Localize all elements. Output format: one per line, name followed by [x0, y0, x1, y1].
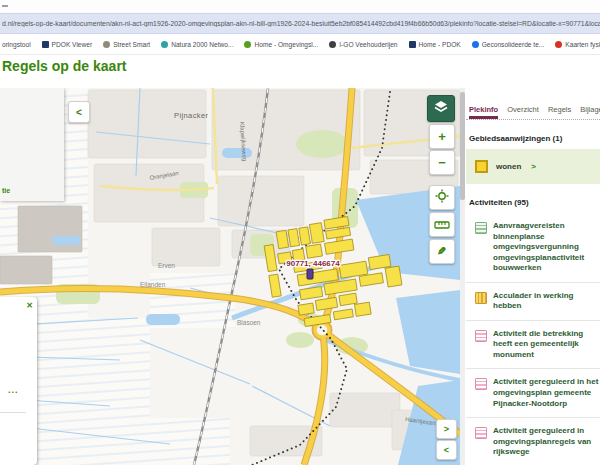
tab-regels[interactable]: Regels — [548, 105, 571, 119]
more-dots-icon[interactable]: ... — [8, 385, 19, 395]
info-sidebar: Plekinfo Overzicht Regels Bijlagen T Geb… — [460, 88, 600, 465]
overheid-favicon — [472, 41, 479, 48]
gebied-item-wonen[interactable]: wonen > — [466, 149, 600, 184]
tab-bijlagen[interactable]: Bijlagen — [580, 105, 600, 119]
layers-button[interactable] — [427, 95, 455, 122]
atlas-favicon — [555, 41, 562, 48]
ruler-icon — [434, 216, 450, 234]
measure-button[interactable] — [429, 212, 455, 237]
bookmarks-bar: oringstool PDOK Viewer Street Smart Natu… — [0, 35, 600, 55]
left-search-panel: tie — [0, 88, 64, 201]
bookmark-label: Street Smart — [113, 41, 150, 48]
layers-icon — [433, 100, 449, 118]
bookmark-label: Home - PDOK — [419, 41, 461, 48]
activity-label: Aanvraagvereisten binnenplanse omgevings… — [493, 221, 600, 274]
omgevingsloket-favicon — [244, 41, 251, 48]
locate-button[interactable] — [429, 185, 455, 210]
panel-collapse-button[interactable]: < — [436, 440, 457, 460]
activity-label: Activiteit gereguleerd in het omgevingsp… — [493, 377, 600, 409]
label-erven: Erven — [158, 262, 175, 269]
bookmark-label: Kaarten fysieke leef... — [565, 41, 600, 48]
scrollbar-thumb[interactable] — [460, 92, 465, 200]
bookmark-pdok-viewer[interactable]: PDOK Viewer — [42, 41, 93, 48]
pdok-favicon — [409, 41, 416, 48]
sidebar-tabs: Plekinfo Overzicht Regels Bijlagen T — [466, 88, 600, 120]
bookmark-label: I-GO Veehouderijen — [339, 41, 397, 48]
activity-pink-stripes-icon — [475, 378, 487, 390]
label-pijnacker: Pijnacker — [174, 111, 209, 120]
gebied-label: wonen — [496, 162, 521, 171]
activiteiten-heading: Activiteiten (95) — [469, 198, 600, 207]
label-eilanden: Eilanden — [140, 281, 166, 288]
tab-plekinfo[interactable]: Plekinfo — [469, 105, 498, 119]
activity-label: Acculader in werking hebben — [493, 291, 600, 312]
activity-yellow-stripes-icon — [475, 292, 487, 304]
bookmark-omgevingsloket[interactable]: Home - Omgevingsl... — [244, 41, 318, 48]
panel-expand-button[interactable]: > — [436, 419, 457, 439]
coordinate-label: 90771, 446674 — [286, 259, 340, 268]
bookmark-kaarten-fysieke[interactable]: Kaarten fysieke leef... — [555, 41, 600, 48]
window-hint — [2, 5, 8, 7]
collapse-left-panel-button[interactable]: < — [68, 101, 90, 123]
marker-icon — [307, 269, 313, 279]
activity-green-stripes-icon — [475, 222, 487, 234]
zoom-in-button[interactable]: + — [429, 124, 455, 149]
bookmark-igo-veehouderijen[interactable]: I-GO Veehouderijen — [329, 41, 397, 48]
activity-label: Activiteit die betrekking heeft een geme… — [493, 329, 600, 361]
activity-pink-stripes-icon — [475, 330, 487, 342]
page-title: Regels op de kaart — [2, 58, 127, 74]
activity-item[interactable]: Activiteit die betrekking heeft een geme… — [466, 321, 600, 370]
pdok-favicon — [42, 41, 49, 48]
location-link[interactable]: tie — [2, 187, 10, 194]
bookmark-label: oringstool — [2, 41, 31, 48]
activity-item[interactable]: Activiteit gereguleerd in omgevingsplanr… — [466, 418, 600, 465]
browser-url-bar[interactable]: d.nl/regels-op-de-kaart/documenten/akn-n… — [0, 13, 600, 34]
streetsmart-favicon — [103, 41, 110, 48]
bookmark-natura2000[interactable]: Natura 2000 Netwo... — [161, 41, 233, 48]
chevron-right-icon: > — [531, 162, 536, 171]
map-svg: Pijnacker Oranjelaan Klapwijkseweg Erven… — [0, 88, 460, 465]
bookmark-label: Home - Omgevingsl... — [254, 41, 318, 48]
tab-overzicht[interactable]: Overzicht — [507, 105, 539, 119]
close-icon[interactable]: ✕ — [26, 301, 33, 310]
crosshair-icon — [435, 189, 449, 207]
wonen-color-swatch — [475, 160, 488, 173]
gebiedsaanwijzingen-heading: Gebiedsaanwijzingen (1) — [469, 134, 600, 143]
legend-panel: ✕ ... — [0, 297, 37, 465]
screen: d.nl/regels-op-de-kaart/documenten/akn-n… — [0, 0, 600, 465]
bookmark-label: Natura 2000 Netwo... — [171, 41, 233, 48]
activity-pink-stripes-icon — [475, 427, 487, 439]
activity-item[interactable]: Aanvraagvereisten binnenplanse omgevings… — [466, 213, 600, 283]
bookmark-label: PDOK Viewer — [52, 41, 93, 48]
label-blasoen: Blasoen — [237, 319, 261, 326]
bookmark-monitoringstool[interactable]: oringstool — [2, 41, 31, 48]
bookmark-geconsolideerde[interactable]: Geconsolideerde te... — [472, 41, 545, 48]
pencil-icon: ✎ — [437, 245, 446, 258]
draw-button[interactable]: ✎ — [429, 239, 455, 264]
browser-tabstrip — [0, 0, 600, 13]
zoom-out-button[interactable]: − — [429, 150, 455, 175]
bookmark-home-pdok[interactable]: Home - PDOK — [409, 41, 461, 48]
sidebar-scrollbar[interactable] — [460, 88, 465, 465]
url-text[interactable]: d.nl/regels-op-de-kaart/documenten/akn-n… — [0, 20, 600, 27]
bookmark-street-smart[interactable]: Street Smart — [103, 41, 150, 48]
activity-label: Activiteit gereguleerd in omgevingsplanr… — [493, 426, 600, 458]
map-canvas[interactable]: Pijnacker Oranjelaan Klapwijkseweg Erven… — [0, 88, 460, 465]
bookmark-label: Geconsolideerde te... — [482, 41, 545, 48]
igo-favicon — [329, 41, 336, 48]
activity-item[interactable]: Acculader in werking hebben — [466, 283, 600, 321]
natura-favicon — [161, 41, 168, 48]
legend-divider — [0, 412, 26, 413]
sidebar-content: Plekinfo Overzicht Regels Bijlagen T Geb… — [466, 88, 600, 465]
activity-item[interactable]: Activiteit gereguleerd in het omgevingsp… — [466, 369, 600, 418]
